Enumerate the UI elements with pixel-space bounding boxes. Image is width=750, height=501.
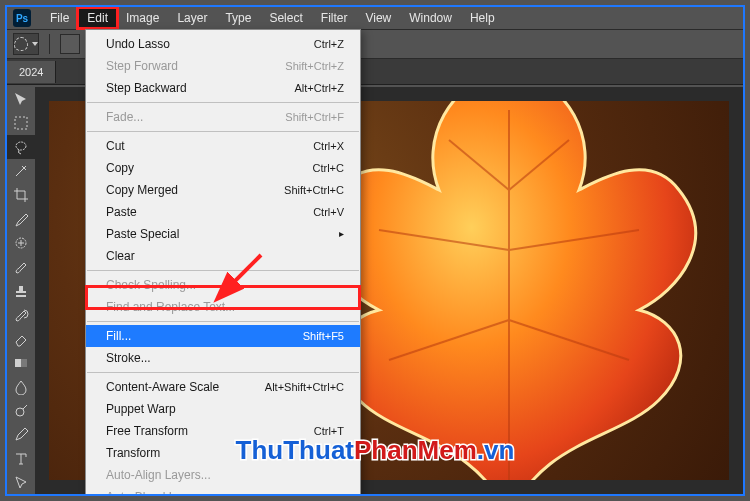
app-logo: Ps: [13, 9, 31, 27]
menu-item-stroke[interactable]: Stroke...: [86, 347, 360, 369]
menu-item-clear[interactable]: Clear: [86, 245, 360, 267]
wand-icon: [13, 163, 29, 179]
marquee-icon: [13, 115, 29, 131]
menu-item-content-aware-scale[interactable]: Content-Aware ScaleAlt+Shift+Ctrl+C: [86, 376, 360, 398]
gradient-icon: [13, 355, 29, 371]
menu-item-find-and-replace-text: Find and Replace Text...: [86, 296, 360, 318]
svg-rect-0: [15, 117, 27, 129]
menu-item-puppet-warp[interactable]: Puppet Warp: [86, 398, 360, 420]
tool-gradient[interactable]: [7, 351, 35, 375]
menu-item-label: Transform: [106, 445, 160, 461]
menu-item-label: Find and Replace Text...: [106, 299, 235, 315]
menu-type[interactable]: Type: [216, 8, 260, 28]
menu-item-label: Content-Aware Scale: [106, 379, 219, 395]
menu-separator: [87, 102, 359, 103]
menu-item-shortcut: Ctrl+C: [313, 160, 344, 176]
menu-item-shortcut: Shift+Ctrl+Z: [285, 58, 344, 74]
menu-item-step-forward: Step ForwardShift+Ctrl+Z: [86, 55, 360, 77]
menu-item-label: Fade...: [106, 109, 143, 125]
menu-edit[interactable]: Edit: [78, 8, 117, 28]
menu-separator: [87, 321, 359, 322]
menu-item-label: Free Transform: [106, 423, 188, 439]
tool-path-select[interactable]: [7, 471, 35, 495]
menu-item-label: Copy Merged: [106, 182, 178, 198]
menu-item-shortcut: Shift+Ctrl+F: [285, 109, 344, 125]
lasso-icon: [13, 139, 29, 155]
tool-move[interactable]: [7, 87, 35, 111]
menu-separator: [87, 372, 359, 373]
lasso-icon: [14, 37, 28, 51]
menu-help[interactable]: Help: [461, 8, 504, 28]
menu-view[interactable]: View: [356, 8, 400, 28]
document-tab[interactable]: 2024: [7, 61, 56, 83]
edit-menu-dropdown: Undo LassoCtrl+ZStep ForwardShift+Ctrl+Z…: [85, 29, 361, 496]
menu-item-label: Clear: [106, 248, 135, 264]
menu-item-label: Auto-Blend Layers...: [106, 489, 215, 496]
tool-blur[interactable]: [7, 375, 35, 399]
tool-pen[interactable]: [7, 423, 35, 447]
tools-panel: [7, 87, 35, 496]
menu-item-label: Copy: [106, 160, 134, 176]
tool-rectangle[interactable]: [7, 495, 35, 496]
type-icon: [13, 451, 29, 467]
tool-history-brush[interactable]: [7, 303, 35, 327]
menu-item-shortcut: Alt+Ctrl+Z: [294, 80, 344, 96]
menu-item-paste[interactable]: PasteCtrl+V: [86, 201, 360, 223]
tool-crop[interactable]: [7, 183, 35, 207]
menu-item-label: Step Forward: [106, 58, 178, 74]
menu-item-shortcut: Ctrl+V: [313, 204, 344, 220]
menu-item-shortcut: Ctrl+X: [313, 138, 344, 154]
move-icon: [13, 91, 29, 107]
menu-filter[interactable]: Filter: [312, 8, 357, 28]
tool-dodge[interactable]: [7, 399, 35, 423]
menu-window[interactable]: Window: [400, 8, 461, 28]
menu-item-undo-lasso[interactable]: Undo LassoCtrl+Z: [86, 33, 360, 55]
menu-bar: Ps FileEditImageLayerTypeSelectFilterVie…: [7, 7, 743, 29]
blur-icon: [13, 379, 29, 395]
tool-preset-picker[interactable]: [13, 33, 39, 55]
menu-select[interactable]: Select: [260, 8, 311, 28]
path-select-icon: [13, 475, 29, 491]
menu-item-label: Cut: [106, 138, 125, 154]
tool-eraser[interactable]: [7, 327, 35, 351]
tool-marquee[interactable]: [7, 111, 35, 135]
history-brush-icon: [13, 307, 29, 323]
menu-item-cut[interactable]: CutCtrl+X: [86, 135, 360, 157]
svg-point-1: [16, 142, 26, 150]
tool-stamp[interactable]: [7, 279, 35, 303]
healing-icon: [13, 235, 29, 251]
crop-icon: [13, 187, 29, 203]
menu-item-copy[interactable]: CopyCtrl+C: [86, 157, 360, 179]
menu-layer[interactable]: Layer: [168, 8, 216, 28]
menu-item-copy-merged[interactable]: Copy MergedShift+Ctrl+C: [86, 179, 360, 201]
tool-lasso[interactable]: [7, 135, 35, 159]
watermark: ThuThuatPhanMem.vn ThuThuatPhanMem.vn: [236, 435, 515, 466]
brush-icon: [13, 259, 29, 275]
menu-file[interactable]: File: [41, 8, 78, 28]
selection-mode-new[interactable]: [60, 34, 80, 54]
stamp-icon: [13, 283, 29, 299]
tool-type[interactable]: [7, 447, 35, 471]
menu-image[interactable]: Image: [117, 8, 168, 28]
menu-item-check-spelling: Check Spelling...: [86, 274, 360, 296]
menu-item-label: Paste Special: [106, 226, 179, 242]
tool-wand[interactable]: [7, 159, 35, 183]
menu-item-label: Step Backward: [106, 80, 187, 96]
menu-item-fade: Fade...Shift+Ctrl+F: [86, 106, 360, 128]
menu-item-label: Undo Lasso: [106, 36, 170, 52]
tool-eyedropper[interactable]: [7, 207, 35, 231]
tool-brush[interactable]: [7, 255, 35, 279]
menu-item-label: Fill...: [106, 328, 131, 344]
menu-item-fill[interactable]: Fill...Shift+F5: [86, 325, 360, 347]
menu-item-auto-align-layers: Auto-Align Layers...: [86, 464, 360, 486]
menu-item-label: Auto-Align Layers...: [106, 467, 211, 483]
menu-item-shortcut: Alt+Shift+Ctrl+C: [265, 379, 344, 395]
tool-healing[interactable]: [7, 231, 35, 255]
menu-item-step-backward[interactable]: Step BackwardAlt+Ctrl+Z: [86, 77, 360, 99]
menu-item-label: Check Spelling...: [106, 277, 196, 293]
menu-item-shortcut: Shift+Ctrl+C: [284, 182, 344, 198]
menu-item-paste-special[interactable]: Paste Special: [86, 223, 360, 245]
svg-point-5: [16, 408, 24, 416]
menu-separator: [87, 270, 359, 271]
svg-rect-4: [15, 359, 21, 367]
